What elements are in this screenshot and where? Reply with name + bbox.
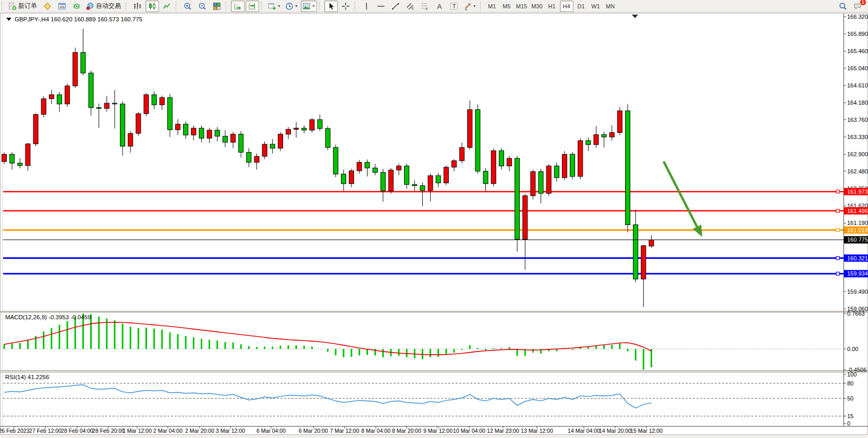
dropdown-arrow-icon[interactable]: ▼ xyxy=(473,4,476,8)
candle-body xyxy=(10,154,15,163)
candle-body xyxy=(554,166,559,178)
timeframe-h4[interactable]: H4 xyxy=(560,1,573,12)
line-handle[interactable] xyxy=(836,229,839,232)
horizontal-line-button[interactable] xyxy=(374,1,388,12)
candle-body xyxy=(405,166,409,185)
timeframe-w1[interactable]: W1 xyxy=(589,1,603,12)
macd-bar xyxy=(414,349,415,358)
search-icon xyxy=(839,2,847,10)
time-axis-label: 28 Feb 20:00 xyxy=(92,428,125,434)
candle-body xyxy=(96,108,101,109)
candle-body xyxy=(633,225,638,279)
time-axis-label: 2 Mar 20:00 xyxy=(185,428,214,434)
signal-icon xyxy=(72,2,81,10)
market-window-button[interactable] xyxy=(55,1,69,12)
dropdown-arrow-icon[interactable]: ▼ xyxy=(295,4,298,8)
time-axis-label: 6 Mar 20:00 xyxy=(299,428,328,434)
timeframe-m30[interactable]: M30 xyxy=(530,1,544,12)
tile-windows-button[interactable] xyxy=(210,1,224,12)
template-icon xyxy=(302,2,311,10)
timeframe-m5[interactable]: M5 xyxy=(500,1,514,12)
candle-body xyxy=(531,172,535,196)
templates-button[interactable]: ▼ xyxy=(301,1,317,12)
new-chart-icon xyxy=(268,2,276,10)
chart-window[interactable]: MACD(12,26,9) -0.3953 -0.04590.76630.00-… xyxy=(0,13,868,438)
candlestick-chart-button[interactable] xyxy=(145,1,159,12)
time-axis-label: 6 Mar 04:00 xyxy=(256,428,286,434)
periods-button[interactable]: ▼ xyxy=(284,1,300,12)
chart-background[interactable] xyxy=(0,13,868,438)
trendline-button[interactable] xyxy=(389,1,402,12)
cursor-button[interactable] xyxy=(324,1,338,12)
autotrade-button[interactable]: 自动交易 xyxy=(84,1,124,12)
new-order-icon xyxy=(8,2,17,10)
text-label-button[interactable]: T xyxy=(447,1,461,12)
candle-body xyxy=(294,128,299,129)
macd-bar xyxy=(4,344,5,349)
macd-bar xyxy=(130,327,131,349)
line-handle[interactable] xyxy=(836,190,839,193)
chart-shift-button[interactable] xyxy=(246,1,259,12)
timeframe-m5-label: M5 xyxy=(503,3,510,9)
candle-body xyxy=(317,120,322,129)
arrows-button[interactable]: ▼ xyxy=(462,1,478,12)
dropdown-arrow-icon[interactable]: ▼ xyxy=(277,4,281,8)
toolbar-gripper[interactable] xyxy=(2,2,4,10)
line-handle[interactable] xyxy=(836,209,839,212)
candle-body xyxy=(286,129,291,134)
line-handle[interactable] xyxy=(836,257,839,260)
time-axis-label: 27 Feb 12:00 xyxy=(29,428,62,434)
rsi-label: RSI(14) 41.2256 xyxy=(5,374,49,380)
candle-body xyxy=(65,86,70,104)
chat-button[interactable]: 1 xyxy=(851,1,864,12)
zoom-out-button[interactable] xyxy=(195,1,209,12)
timeframe-h1[interactable]: H1 xyxy=(545,1,559,12)
timeframe-d1[interactable]: D1 xyxy=(574,1,588,12)
auto-scroll-button[interactable] xyxy=(231,1,244,12)
timeframe-h4-label: H4 xyxy=(563,3,570,9)
candle-body xyxy=(562,154,567,178)
candle-body xyxy=(120,104,125,146)
time-axis-label: 15 Mar 12:00 xyxy=(630,428,663,434)
channel-button[interactable]: E xyxy=(404,1,417,12)
line-handle[interactable] xyxy=(836,272,839,275)
candle-body xyxy=(451,161,456,167)
price-axis-label: 161.190 xyxy=(847,220,868,226)
line-chart-button[interactable] xyxy=(160,1,174,12)
crosshair-button[interactable] xyxy=(339,1,352,12)
new-order-button-label: 新订单 xyxy=(18,2,37,10)
fibo-icon: F xyxy=(421,2,429,10)
macd-bar xyxy=(296,345,297,349)
chart-candles-icon xyxy=(148,2,156,10)
timeframe-m15[interactable]: M15 xyxy=(515,1,529,12)
new-order-button[interactable]: 新订单 xyxy=(7,1,40,12)
chart-title-group: GBPJPY-,H4 160.620 160.889 160.573 160.7… xyxy=(6,16,142,22)
rsi-axis-label: 50 xyxy=(847,395,853,402)
new-chart-button[interactable]: ▼ xyxy=(266,1,283,12)
price-axis-label: 163.760 xyxy=(847,117,868,123)
bar-chart-button[interactable] xyxy=(131,1,144,12)
gold-button[interactable] xyxy=(41,1,54,12)
dropdown-arrow-icon[interactable]: ▼ xyxy=(312,4,315,8)
zoom-in-button[interactable] xyxy=(181,1,194,12)
macd-bar xyxy=(500,348,502,349)
signal-button[interactable] xyxy=(70,1,83,12)
price-axis-label: 162.900 xyxy=(847,151,868,157)
macd-bar xyxy=(445,349,447,355)
mt4-terminal: { "toolbar": { "groups": [ {"items":[ {"… xyxy=(0,0,868,438)
candle-body xyxy=(278,134,283,148)
zoom-out-icon xyxy=(198,2,206,10)
candle-body xyxy=(507,158,511,166)
toolbar-group-separator xyxy=(176,2,178,10)
search-button[interactable] xyxy=(836,1,850,12)
candle-body xyxy=(499,151,504,166)
text-button[interactable]: A xyxy=(433,1,446,12)
timeframe-m1[interactable]: M1 xyxy=(485,1,499,12)
candle-body xyxy=(357,162,362,171)
vertical-line-button[interactable] xyxy=(360,1,373,12)
macd-bar xyxy=(366,349,368,355)
fibonacci-button[interactable]: F xyxy=(418,1,432,12)
macd-bar xyxy=(422,349,423,359)
timeframe-mn[interactable]: MN xyxy=(604,1,617,12)
candle-body xyxy=(491,151,496,183)
